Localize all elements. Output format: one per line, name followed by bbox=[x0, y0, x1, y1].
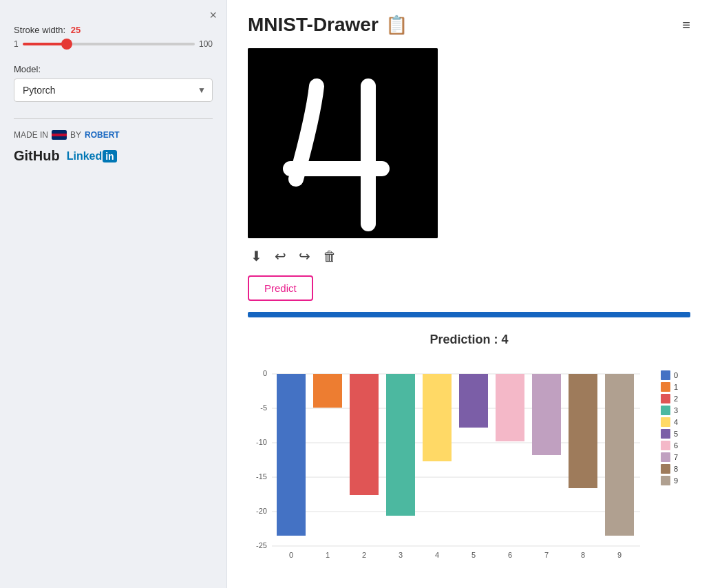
legend-color-1 bbox=[661, 382, 670, 392]
chart-legend: 0 1 2 3 4 bbox=[661, 370, 678, 485]
save-icon: ⬇ bbox=[251, 249, 262, 264]
flag-icon bbox=[52, 130, 67, 140]
toolbar: ⬇ ↩ ↪ 🗑 bbox=[248, 246, 690, 266]
bar-3 bbox=[386, 374, 415, 516]
sidebar-divider bbox=[14, 118, 213, 119]
legend-item-6: 6 bbox=[661, 441, 678, 450]
svg-text:1: 1 bbox=[326, 551, 330, 559]
app-title: MNIST-Drawer 📋 bbox=[248, 14, 407, 36]
bar-2 bbox=[350, 374, 379, 495]
bar-9 bbox=[605, 374, 634, 536]
model-label: Model: bbox=[14, 64, 213, 74]
legend-color-0 bbox=[661, 370, 670, 380]
slider-max-label: 100 bbox=[199, 39, 213, 49]
legend-color-2 bbox=[661, 394, 670, 403]
legend-item-3: 3 bbox=[661, 406, 678, 415]
legend-item-4: 4 bbox=[661, 417, 678, 427]
main-header: MNIST-Drawer 📋 ≡ bbox=[248, 14, 690, 36]
svg-text:-25: -25 bbox=[256, 541, 267, 549]
svg-text:0: 0 bbox=[263, 369, 267, 377]
main-content: MNIST-Drawer 📋 ≡ ⬇ ↩ ↪ 🗑 bbox=[227, 0, 711, 588]
digit-svg bbox=[248, 48, 438, 238]
drawing-canvas[interactable] bbox=[248, 48, 438, 238]
legend-color-7 bbox=[661, 452, 670, 462]
undo-button[interactable]: ↩ bbox=[272, 246, 289, 266]
legend-item-7: 7 bbox=[661, 452, 678, 462]
trash-icon: 🗑 bbox=[323, 249, 337, 264]
close-button[interactable]: × bbox=[209, 8, 217, 23]
hamburger-menu-icon[interactable]: ≡ bbox=[682, 17, 690, 33]
svg-text:-10: -10 bbox=[256, 438, 267, 446]
svg-text:-20: -20 bbox=[256, 507, 267, 515]
svg-rect-0 bbox=[248, 48, 438, 238]
svg-text:9: 9 bbox=[617, 551, 622, 559]
bar-0 bbox=[277, 374, 306, 536]
linkedin-link[interactable]: Linkedin bbox=[67, 150, 117, 162]
legend-color-5 bbox=[661, 429, 670, 439]
svg-text:-5: -5 bbox=[260, 403, 267, 412]
bar-7 bbox=[532, 374, 561, 455]
legend-item-9: 9 bbox=[661, 476, 678, 485]
save-button[interactable]: ⬇ bbox=[248, 246, 265, 266]
bar-chart-area: 0 -5 -10 -15 -20 -25 0 bbox=[248, 364, 690, 563]
stroke-width-value: 25 bbox=[71, 25, 81, 35]
legend-color-6 bbox=[661, 441, 670, 450]
bar-chart-svg: 0 -5 -10 -15 -20 -25 0 bbox=[248, 364, 654, 563]
legend-color-3 bbox=[661, 406, 670, 415]
legend-item-1: 1 bbox=[661, 382, 678, 392]
sidebar: × Stroke width: 25 1 100 Model: Pytorch … bbox=[0, 0, 227, 588]
made-in-text: MADE IN bbox=[14, 130, 48, 140]
legend-color-8 bbox=[661, 464, 670, 474]
legend-item-0: 0 bbox=[661, 370, 678, 380]
predict-button[interactable]: Predict bbox=[248, 275, 313, 301]
undo-icon: ↩ bbox=[275, 249, 286, 264]
svg-text:8: 8 bbox=[581, 551, 585, 559]
author-link[interactable]: ROBERT bbox=[85, 130, 120, 140]
redo-button[interactable]: ↪ bbox=[296, 246, 313, 266]
svg-text:4: 4 bbox=[435, 551, 439, 559]
made-by-row: MADE IN BY ROBERT bbox=[14, 130, 213, 140]
bar-4 bbox=[423, 374, 452, 461]
model-select-wrapper: Pytorch TensorFlow Keras ▼ bbox=[14, 78, 213, 102]
svg-text:7: 7 bbox=[544, 551, 549, 559]
social-links-row: GitHub Linkedin bbox=[14, 148, 213, 164]
title-text: MNIST-Drawer bbox=[248, 14, 379, 36]
bar-8 bbox=[569, 374, 597, 488]
bar-5 bbox=[459, 374, 488, 428]
legend-item-2: 2 bbox=[661, 394, 678, 403]
notepad-icon: 📋 bbox=[385, 14, 407, 36]
stroke-width-slider[interactable] bbox=[23, 43, 195, 45]
clear-button[interactable]: 🗑 bbox=[320, 247, 339, 266]
redo-icon: ↪ bbox=[299, 249, 310, 264]
bar-1 bbox=[313, 374, 342, 408]
svg-text:2: 2 bbox=[362, 551, 366, 559]
github-link[interactable]: GitHub bbox=[14, 148, 60, 164]
svg-text:0: 0 bbox=[289, 551, 293, 559]
legend-color-9 bbox=[661, 476, 670, 485]
bar-6 bbox=[496, 374, 524, 441]
stroke-width-label: Stroke width: 25 bbox=[14, 25, 213, 35]
linkedin-in-badge: in bbox=[103, 150, 116, 162]
prediction-result: Prediction : 4 bbox=[248, 333, 690, 347]
legend-item-8: 8 bbox=[661, 464, 678, 474]
slider-min-label: 1 bbox=[14, 39, 19, 49]
progress-bar bbox=[248, 312, 690, 317]
legend-color-4 bbox=[661, 417, 670, 427]
svg-text:5: 5 bbox=[471, 551, 476, 559]
legend-item-5: 5 bbox=[661, 429, 678, 439]
by-text: BY bbox=[70, 130, 81, 140]
svg-text:-15: -15 bbox=[256, 472, 267, 481]
svg-text:3: 3 bbox=[399, 551, 403, 559]
model-select[interactable]: Pytorch TensorFlow Keras bbox=[14, 78, 213, 102]
chart-svg-wrapper: 0 -5 -10 -15 -20 -25 0 bbox=[248, 364, 690, 563]
svg-text:6: 6 bbox=[508, 551, 512, 559]
